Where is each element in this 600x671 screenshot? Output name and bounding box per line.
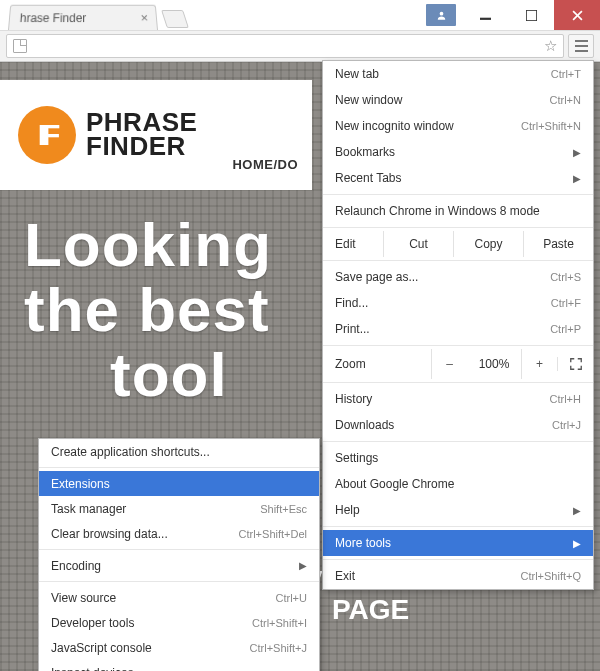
more-tools-submenu: Create application shortcuts... Extensio… <box>38 438 320 671</box>
menu-button[interactable] <box>568 34 594 58</box>
tab-strip: hrase Finder × <box>8 0 420 30</box>
menu-about[interactable]: About Google Chrome <box>323 471 593 497</box>
chrome-menu: New tabCtrl+T New windowCtrl+N New incog… <box>322 60 594 590</box>
chevron-right-icon: ▶ <box>573 173 581 184</box>
menu-zoom-label: Zoom <box>323 357 383 371</box>
logo-text: PHRASE FINDER <box>86 111 197 159</box>
address-bar[interactable]: ☆ <box>6 34 564 58</box>
menu-new-tab[interactable]: New tabCtrl+T <box>323 61 593 87</box>
submenu-task-manager[interactable]: Task managerShift+Esc <box>39 496 319 521</box>
menu-new-window[interactable]: New windowCtrl+N <box>323 87 593 113</box>
browser-tab[interactable]: hrase Finder × <box>8 5 158 30</box>
zoom-value: 100% <box>467 357 521 371</box>
menu-cut[interactable]: Cut <box>383 231 453 257</box>
menu-recent-tabs[interactable]: Recent Tabs▶ <box>323 165 593 191</box>
menu-settings[interactable]: Settings <box>323 445 593 471</box>
submenu-clear-data[interactable]: Clear browsing data...Ctrl+Shift+Del <box>39 521 319 546</box>
svg-point-0 <box>439 11 443 15</box>
menu-history[interactable]: HistoryCtrl+H <box>323 386 593 412</box>
menu-new-incognito[interactable]: New incognito windowCtrl+Shift+N <box>323 113 593 139</box>
menu-relaunch-win8[interactable]: Relaunch Chrome in Windows 8 mode <box>323 198 593 224</box>
chevron-right-icon: ▶ <box>299 560 307 571</box>
submenu-encoding[interactable]: Encoding▶ <box>39 553 319 578</box>
logo-badge: IF <box>18 106 76 164</box>
zoom-in-button[interactable]: + <box>521 349 557 379</box>
maximize-button[interactable] <box>508 0 554 30</box>
menu-exit[interactable]: ExitCtrl+Shift+Q <box>323 563 593 589</box>
page-icon <box>13 39 27 53</box>
submenu-js-console[interactable]: JavaScript consoleCtrl+Shift+J <box>39 635 319 660</box>
menu-help[interactable]: Help▶ <box>323 497 593 523</box>
submenu-view-source[interactable]: View sourceCtrl+U <box>39 585 319 610</box>
menu-save-as[interactable]: Save page as...Ctrl+S <box>323 264 593 290</box>
close-icon[interactable]: × <box>140 11 149 26</box>
chevron-right-icon: ▶ <box>573 538 581 549</box>
menu-copy[interactable]: Copy <box>453 231 523 257</box>
menu-downloads[interactable]: DownloadsCtrl+J <box>323 412 593 438</box>
chevron-right-icon: ▶ <box>573 147 581 158</box>
close-button[interactable] <box>554 0 600 30</box>
menu-more-tools[interactable]: More tools▶ <box>323 530 593 556</box>
svg-rect-1 <box>480 17 491 19</box>
menu-bookmarks[interactable]: Bookmarks▶ <box>323 139 593 165</box>
minimize-button[interactable] <box>462 0 508 30</box>
user-icon[interactable] <box>426 4 456 26</box>
menu-edit-row: Edit Cut Copy Paste <box>323 231 593 257</box>
browser-toolbar: ☆ <box>0 30 600 62</box>
fullscreen-button[interactable] <box>557 357 593 371</box>
hero-card: IF PHRASE FINDER HOME/DO <box>0 80 312 190</box>
menu-paste[interactable]: Paste <box>523 231 593 257</box>
bookmark-star-icon[interactable]: ☆ <box>544 37 557 55</box>
new-tab-button[interactable] <box>161 10 189 28</box>
nav-home[interactable]: HOME/DO <box>232 157 298 172</box>
submenu-create-shortcuts[interactable]: Create application shortcuts... <box>39 439 319 464</box>
menu-print[interactable]: Print...Ctrl+P <box>323 316 593 342</box>
zoom-out-button[interactable]: – <box>431 349 467 379</box>
site-logo: IF PHRASE FINDER <box>18 106 197 164</box>
submenu-dev-tools[interactable]: Developer toolsCtrl+Shift+I <box>39 610 319 635</box>
tab-title: hrase Finder <box>19 11 86 25</box>
menu-find[interactable]: Find...Ctrl+F <box>323 290 593 316</box>
headline: Looking the best tool <box>24 212 272 407</box>
menu-edit-label: Edit <box>323 237 383 251</box>
menu-zoom-row: Zoom – 100% + <box>323 349 593 379</box>
svg-rect-2 <box>526 10 537 21</box>
submenu-inspect-devices[interactable]: Inspect devices <box>39 660 319 671</box>
submenu-extensions[interactable]: Extensions <box>39 471 319 496</box>
chevron-right-icon: ▶ <box>573 505 581 516</box>
